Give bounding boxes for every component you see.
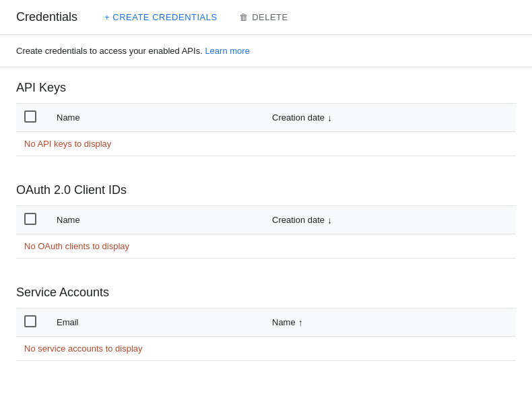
sa-email-col: Email	[48, 308, 264, 337]
sa-name-sort[interactable]: Name ↑	[272, 317, 508, 328]
sa-select-all-checkbox[interactable]	[24, 315, 36, 327]
api-keys-title: API Keys	[16, 81, 516, 95]
api-keys-select-all-checkbox[interactable]	[24, 110, 36, 123]
oauth-date-col[interactable]: Creation date ↓	[264, 206, 516, 234]
header-actions: + CREATE CREDENTIALS 🗑 DELETE	[99, 8, 294, 26]
page-title: Credentials	[16, 10, 77, 24]
api-keys-section: API Keys Name Creation date ↓ No API key…	[0, 67, 532, 156]
oauth-section: OAuth 2.0 Client IDs Name Creation date …	[0, 170, 532, 259]
service-accounts-header-row: Email Name ↑	[16, 308, 516, 337]
api-keys-date-col[interactable]: Creation date ↓	[264, 104, 516, 132]
api-keys-table: Name Creation date ↓ No API keys to disp…	[16, 103, 516, 156]
sa-empty-row: No service accounts to display	[16, 337, 516, 361]
delete-label: DELETE	[252, 12, 288, 22]
sa-name-col[interactable]: Name ↑	[264, 308, 516, 337]
api-keys-header-row: Name Creation date ↓	[16, 104, 516, 132]
oauth-empty-row: No OAuth clients to display	[16, 234, 516, 259]
oauth-title: OAuth 2.0 Client IDs	[16, 183, 516, 197]
api-keys-select-all-col	[16, 104, 48, 132]
info-bar: Create credentials to access your enable…	[0, 35, 532, 67]
oauth-select-all-col	[16, 206, 48, 234]
api-keys-name-col: Name	[48, 104, 264, 132]
service-accounts-table: Email Name ↑ No service accounts to disp…	[16, 308, 516, 361]
service-accounts-title: Service Accounts	[16, 286, 516, 300]
sa-name-label: Name	[272, 317, 296, 327]
create-credentials-button[interactable]: + CREATE CREDENTIALS	[99, 8, 223, 26]
service-accounts-section: Service Accounts Email Name ↑ No service…	[0, 272, 532, 361]
oauth-date-sort[interactable]: Creation date ↓	[272, 215, 508, 226]
api-keys-empty-message: No API keys to display	[16, 132, 516, 156]
oauth-name-col: Name	[48, 206, 264, 234]
oauth-table: Name Creation date ↓ No OAuth clients to…	[16, 205, 516, 259]
api-keys-date-sort[interactable]: Creation date ↓	[272, 112, 508, 123]
trash-icon: 🗑	[239, 12, 248, 22]
delete-button[interactable]: 🗑 DELETE	[234, 8, 294, 26]
header: Credentials + CREATE CREDENTIALS 🗑 DELET…	[0, 0, 532, 35]
sa-empty-message: No service accounts to display	[16, 337, 516, 361]
sa-sort-up-icon: ↑	[298, 317, 303, 328]
oauth-header-row: Name Creation date ↓	[16, 206, 516, 234]
oauth-empty-message: No OAuth clients to display	[16, 234, 516, 259]
oauth-date-label: Creation date	[272, 215, 325, 225]
api-keys-empty-row: No API keys to display	[16, 132, 516, 156]
oauth-select-all-checkbox[interactable]	[24, 213, 36, 225]
api-keys-date-label: Creation date	[272, 112, 325, 123]
sa-select-all-col	[16, 308, 48, 337]
sort-down-icon: ↓	[327, 112, 332, 123]
learn-more-link[interactable]: Learn more	[205, 46, 249, 56]
oauth-sort-down-icon: ↓	[327, 215, 332, 226]
info-text: Create credentials to access your enable…	[16, 46, 203, 56]
